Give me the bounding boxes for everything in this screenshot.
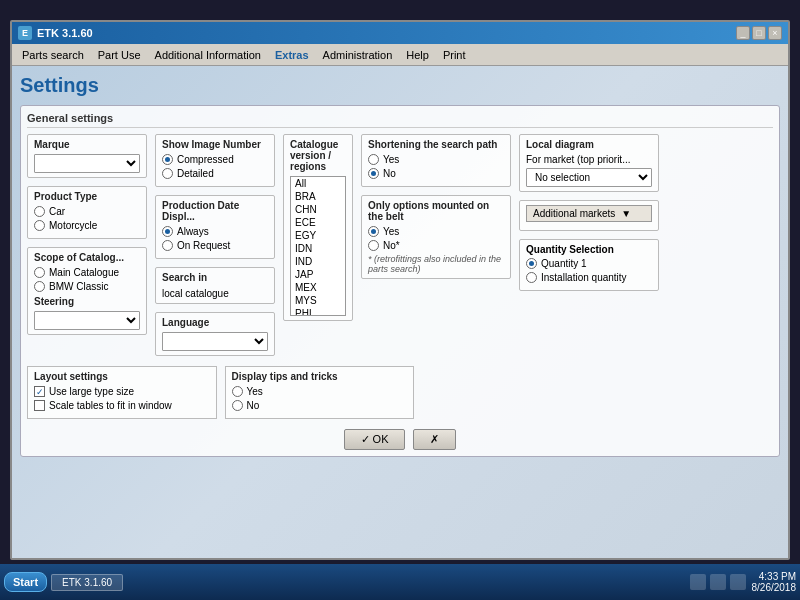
layout-scale-tables[interactable]: Scale tables to fit in window — [34, 400, 210, 411]
taskbar-icon-2 — [710, 574, 726, 590]
menu-extras[interactable]: Extras — [269, 47, 315, 63]
taskbar-etk[interactable]: ETK 3.1.60 — [51, 574, 123, 591]
catalogue-item-bra[interactable]: BRA — [291, 190, 345, 203]
additional-markets-label: Additional markets — [533, 208, 615, 219]
catalogue-item-mex[interactable]: MEX — [291, 281, 345, 294]
production-always[interactable]: Always — [162, 226, 268, 237]
only-options-yes-radio[interactable] — [368, 226, 379, 237]
catalogue-item-ind[interactable]: IND — [291, 255, 345, 268]
production-on-request-label: On Request — [177, 240, 230, 251]
scope-bmw-classic[interactable]: BMW Classic — [34, 281, 140, 292]
only-options-no-label: No* — [383, 240, 400, 251]
production-always-radio[interactable] — [162, 226, 173, 237]
scope-main[interactable]: Main Catalogue — [34, 267, 140, 278]
product-type-motorcycle-radio[interactable] — [34, 220, 45, 231]
image-detailed-radio[interactable] — [162, 168, 173, 179]
catalogue-item-chn[interactable]: CHN — [291, 203, 345, 216]
image-compressed-radio[interactable] — [162, 154, 173, 165]
menu-help[interactable]: Help — [400, 47, 435, 63]
minimize-button[interactable]: _ — [736, 26, 750, 40]
window-controls[interactable]: _ □ × — [736, 26, 782, 40]
product-type-motorcycle-label: Motorcycle — [49, 220, 97, 231]
tips-no-radio[interactable] — [232, 400, 243, 411]
shortening-yes-radio[interactable] — [368, 154, 379, 165]
additional-markets-arrow: ▼ — [621, 208, 631, 219]
page-title: Settings — [20, 74, 780, 97]
product-type-car[interactable]: Car — [34, 206, 140, 217]
menu-administration[interactable]: Administration — [317, 47, 399, 63]
catalogue-item-phl[interactable]: PHL — [291, 307, 345, 316]
local-diagram-sublabel: For market (top priorit... — [526, 154, 652, 165]
language-group: Language — [155, 312, 275, 356]
close-button[interactable]: × — [768, 26, 782, 40]
product-type-label: Product Type — [34, 191, 140, 202]
tips-yes[interactable]: Yes — [232, 386, 408, 397]
additional-markets-group[interactable]: Additional markets ▼ — [519, 200, 659, 231]
local-diagram-select[interactable]: No selection — [526, 168, 652, 187]
only-options-no[interactable]: No* — [368, 240, 504, 251]
tips-no-label: No — [247, 400, 260, 411]
production-date-label: Production Date Displ... — [162, 200, 268, 222]
local-diagram-group: Local diagram For market (top priorit...… — [519, 134, 659, 192]
product-type-car-label: Car — [49, 206, 65, 217]
product-type-motorcycle[interactable]: Motorcycle — [34, 220, 140, 231]
only-options-no-radio[interactable] — [368, 240, 379, 251]
scope-main-radio[interactable] — [34, 267, 45, 278]
catalogue-item-ece[interactable]: ECE — [291, 216, 345, 229]
content-area: Settings General settings Marque Product… — [12, 66, 788, 558]
only-options-yes[interactable]: Yes — [368, 226, 504, 237]
start-button[interactable]: Start — [4, 572, 47, 592]
menu-additional-info[interactable]: Additional Information — [149, 47, 267, 63]
catalogue-item-jap[interactable]: JAP — [291, 268, 345, 281]
marque-group: Marque — [27, 134, 147, 178]
menu-print[interactable]: Print — [437, 47, 472, 63]
quantity-1-label: Quantity 1 — [541, 258, 587, 269]
production-on-request[interactable]: On Request — [162, 240, 268, 251]
shortening-no[interactable]: No — [368, 168, 504, 179]
marque-label: Marque — [34, 139, 140, 150]
layout-large-type[interactable]: Use large type size — [34, 386, 210, 397]
image-compressed[interactable]: Compressed — [162, 154, 268, 165]
shortening-no-radio[interactable] — [368, 168, 379, 179]
tips-no[interactable]: No — [232, 400, 408, 411]
production-always-label: Always — [177, 226, 209, 237]
marque-select[interactable] — [34, 154, 140, 173]
menu-bar: Parts search Part Use Additional Informa… — [12, 44, 788, 66]
additional-markets-btn[interactable]: Additional markets ▼ — [526, 205, 652, 222]
image-detailed[interactable]: Detailed — [162, 168, 268, 179]
shortening-group: Shortening the search path Yes No — [361, 134, 511, 187]
settings-panel: General settings Marque Product Type — [20, 105, 780, 457]
shortening-yes[interactable]: Yes — [368, 154, 504, 165]
scope-bmw-classic-radio[interactable] — [34, 281, 45, 292]
only-options-group: Only options mounted on the belt Yes No*… — [361, 195, 511, 279]
shortening-no-label: No — [383, 168, 396, 179]
scope-main-label: Main Catalogue — [49, 267, 119, 278]
tips-yes-radio[interactable] — [232, 386, 243, 397]
steering-select[interactable] — [34, 311, 140, 330]
taskbar-icon-1 — [690, 574, 706, 590]
language-select[interactable] — [162, 332, 268, 351]
catalogue-item-egy[interactable]: EGY — [291, 229, 345, 242]
catalogue-item-mys[interactable]: MYS — [291, 294, 345, 307]
installation-quantity[interactable]: Installation quantity — [526, 272, 652, 283]
menu-parts-search[interactable]: Parts search — [16, 47, 90, 63]
product-type-group: Product Type Car Motorcycle — [27, 186, 147, 239]
installation-quantity-radio[interactable] — [526, 272, 537, 283]
production-on-request-radio[interactable] — [162, 240, 173, 251]
maximize-button[interactable]: □ — [752, 26, 766, 40]
cancel-button[interactable]: ✗ — [413, 429, 456, 450]
taskbar-system-icons — [690, 574, 746, 590]
product-type-car-radio[interactable] — [34, 206, 45, 217]
quantity-1[interactable]: Quantity 1 — [526, 258, 652, 269]
layout-large-type-checkbox[interactable] — [34, 386, 45, 397]
catalogue-list[interactable]: All BRA CHN ECE EGY IDN IND JAP MEX MYS … — [290, 176, 346, 316]
layout-scale-tables-checkbox[interactable] — [34, 400, 45, 411]
quantity-1-radio[interactable] — [526, 258, 537, 269]
ok-button[interactable]: ✓ OK — [344, 429, 406, 450]
catalogue-item-all[interactable]: All — [291, 177, 345, 190]
menu-part-use[interactable]: Part Use — [92, 47, 147, 63]
catalogue-item-idn[interactable]: IDN — [291, 242, 345, 255]
language-label: Language — [162, 317, 268, 328]
layout-settings-group: Layout settings Use large type size Scal… — [27, 366, 217, 419]
scope-bmw-classic-label: BMW Classic — [49, 281, 108, 292]
